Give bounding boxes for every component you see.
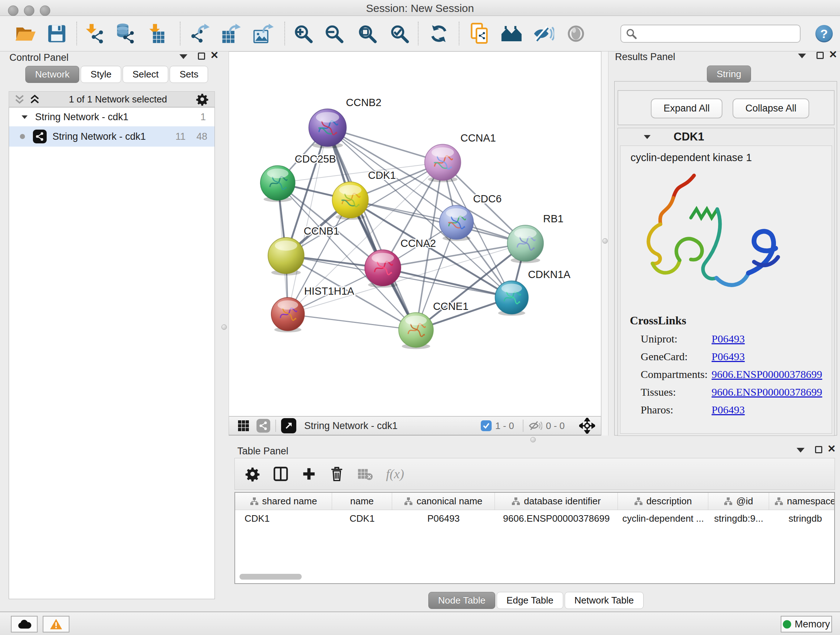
network-node-label: CDK1 (368, 169, 396, 181)
zoom-selected-icon[interactable] (389, 24, 409, 44)
cloud-button[interactable] (11, 616, 38, 632)
import-network-database-icon[interactable] (115, 23, 136, 44)
expand-all-button[interactable]: Expand All (651, 98, 722, 119)
grid-view-icon[interactable] (237, 419, 250, 432)
refresh-icon[interactable] (429, 24, 449, 44)
export-image-icon[interactable] (253, 23, 274, 44)
zoom-in-icon[interactable] (293, 24, 313, 44)
crosslink-link[interactable]: 9606.ENSP00000378699 (712, 386, 822, 398)
right-splitter-handle[interactable] (602, 238, 608, 244)
column-header-shared-name[interactable]: shared name (235, 493, 332, 510)
panel-float-icon[interactable] (815, 446, 822, 453)
expand-all-icon[interactable] (29, 94, 40, 105)
horizontal-scrollbar[interactable] (240, 574, 302, 580)
network-node-CCNB2[interactable]: CCNB2 (309, 97, 382, 147)
gene-expander-icon[interactable] (644, 135, 651, 139)
tab-node-table[interactable]: Node Table (428, 592, 495, 609)
table-cell-canonical-name[interactable]: P06493 (392, 513, 495, 524)
column-header-canonical-name[interactable]: canonical name (392, 493, 495, 510)
collapse-all-icon[interactable] (14, 94, 25, 105)
clone-network-icon[interactable] (470, 23, 490, 44)
network-edge-CCNB2-CCNE1[interactable] (327, 128, 416, 330)
selected-checkbox-icon[interactable] (481, 420, 492, 431)
left-splitter-handle[interactable] (221, 325, 227, 330)
save-session-icon[interactable] (47, 24, 66, 43)
panel-menu-icon[interactable] (180, 54, 187, 59)
crosslink-link[interactable]: 9606.ENSP00000378699 (712, 368, 822, 380)
tab-sets[interactable]: Sets (170, 66, 208, 83)
table-cell-database-identifier[interactable]: 9606.ENSP00000378699 (495, 513, 618, 524)
network-edge-CDK1-RB1[interactable] (350, 200, 525, 243)
tab-network-table[interactable]: Network Table (565, 592, 644, 609)
eye-icon[interactable] (567, 25, 585, 43)
column-header-description[interactable]: description (618, 493, 708, 510)
export-table-icon[interactable] (220, 23, 241, 44)
import-network-icon[interactable] (84, 23, 105, 44)
tab-string[interactable]: String (707, 65, 751, 82)
panel-float-icon[interactable] (198, 52, 205, 60)
network-node-CCNA1[interactable]: CCNA1 (425, 132, 496, 181)
tab-select[interactable]: Select (123, 66, 168, 83)
panel-close-icon[interactable]: ✕ (829, 51, 837, 58)
network-graph[interactable]: CCNB2CCNA1CDC25BCDK1CDC6RB1CCNB1CCNA2CDK… (229, 52, 601, 416)
home-icon[interactable] (501, 24, 523, 43)
import-table-icon[interactable] (147, 23, 167, 44)
gene-card-header[interactable]: CDK1 (618, 128, 834, 146)
crosslink-link[interactable]: P06493 (712, 350, 745, 363)
show-columns-icon[interactable] (273, 466, 288, 481)
warnings-button[interactable] (43, 616, 69, 632)
table-options-gear-icon[interactable] (245, 466, 260, 481)
network-view-canvas[interactable]: CCNB2CCNA1CDC25BCDK1CDC6RB1CCNB1CCNA2CDK… (229, 51, 601, 416)
bottom-splitter-handle[interactable] (531, 437, 536, 442)
network-node-RB1[interactable]: RB1 (507, 213, 563, 261)
export-network-icon[interactable] (189, 23, 210, 44)
tab-edge-table[interactable]: Edge Table (497, 592, 563, 609)
add-column-icon[interactable] (302, 466, 317, 481)
column-header--id[interactable]: @id (708, 493, 769, 510)
panel-menu-icon[interactable] (797, 448, 805, 453)
node-table[interactable]: shared namenamecanonical namedatabase id… (234, 492, 835, 584)
panel-close-icon[interactable]: ✕ (210, 52, 218, 59)
fit-selected-icon[interactable] (579, 418, 595, 434)
network-node-HIST1H1A[interactable]: HIST1H1A (271, 285, 355, 331)
search-input[interactable] (637, 28, 800, 40)
table-cell--id[interactable]: stringdb:9... (708, 513, 769, 524)
table-cell-name[interactable]: CDK1 (332, 513, 392, 524)
right-splitter[interactable] (601, 51, 608, 435)
table-cell-shared-name[interactable]: CDK1 (235, 513, 332, 524)
hide-unhide-icon[interactable] (533, 24, 554, 43)
network-node-CDKN1A[interactable]: CDKN1A (495, 269, 571, 314)
table-cell-namespace[interactable]: stringdb (769, 513, 835, 524)
crosslink-link[interactable]: P06493 (712, 404, 745, 416)
panel-menu-icon[interactable] (798, 54, 806, 58)
birdseye-view-icon[interactable] (281, 418, 296, 433)
panel-float-icon[interactable] (816, 52, 824, 59)
column-header-name[interactable]: name (332, 493, 392, 510)
collection-expander-icon[interactable] (22, 115, 28, 119)
column-header-namespace[interactable]: namespace (769, 493, 835, 510)
crosslink-link[interactable]: P06493 (712, 333, 745, 345)
network-view-type-icon[interactable] (256, 419, 270, 432)
toolbar-divider (275, 420, 276, 432)
network-node-CCNA2[interactable]: CCNA2 (365, 238, 436, 286)
memory-button[interactable]: Memory (781, 616, 832, 632)
network-collection-row[interactable]: String Network - cdk1 1 (9, 108, 215, 126)
tab-network[interactable]: Network (25, 66, 79, 83)
table-cell-description[interactable]: cyclin-dependent ... (618, 513, 708, 524)
table-row[interactable]: CDK1CDK1P064939606.ENSP00000378699cyclin… (235, 510, 834, 527)
tab-style[interactable]: Style (81, 66, 121, 83)
delete-column-icon[interactable] (330, 466, 344, 482)
collapse-all-button[interactable]: Collapse All (733, 98, 809, 119)
zoom-fit-icon[interactable] (357, 24, 377, 44)
network-edge-CCNE1-HIST1H1A[interactable] (288, 314, 416, 330)
network-options-gear-icon[interactable] (196, 93, 209, 106)
column-header-database-identifier[interactable]: database identifier (495, 493, 618, 510)
search-field[interactable] (621, 25, 801, 43)
open-session-icon[interactable] (14, 24, 36, 43)
help-button[interactable]: ? (815, 25, 833, 42)
panel-close-icon[interactable]: ✕ (827, 445, 836, 453)
network-node-CDC6[interactable]: CDC6 (439, 193, 502, 239)
network-node-CDK1[interactable]: CDK1 (332, 169, 396, 218)
zoom-out-icon[interactable] (324, 24, 344, 44)
network-row-selected[interactable]: String Network - cdk1 11 48 (9, 126, 215, 147)
